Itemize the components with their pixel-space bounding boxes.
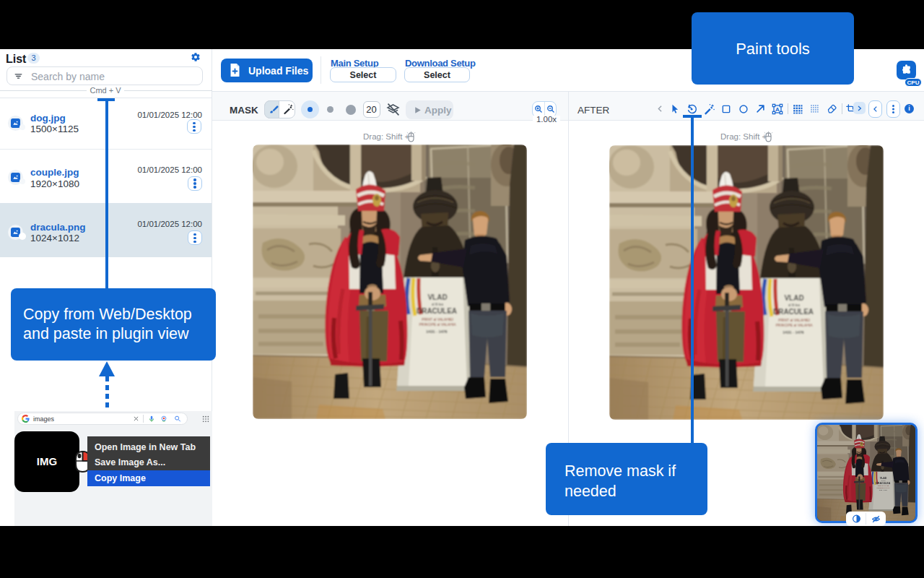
svg-text:A: A	[775, 105, 780, 112]
